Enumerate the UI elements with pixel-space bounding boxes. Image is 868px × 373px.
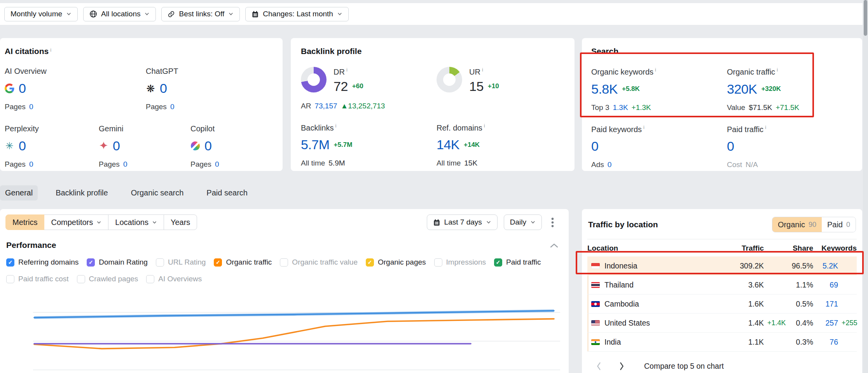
table-row-id[interactable]: Indonesia309.2K96.5%5.2K: [587, 256, 857, 275]
info-icon[interactable]: [50, 47, 51, 53]
metric-checkbox-paid-traffic[interactable]: ✓Paid traffic: [494, 258, 541, 267]
sub-value: 15K: [464, 159, 477, 167]
filter-toolbar: Monthly volume All locations Best links:…: [0, 3, 863, 25]
keywords-link[interactable]: 76: [813, 338, 838, 347]
segment-locations[interactable]: Locations: [108, 214, 164, 230]
tab-organic-search[interactable]: Organic search: [126, 185, 189, 200]
info-icon[interactable]: [484, 123, 485, 129]
flag-kh-icon: [591, 301, 600, 307]
flag-in-icon: [591, 339, 600, 345]
ai-citations-row1: AI Overview 0 Pages0 ChatGPT ❋ 0 Pages0: [5, 67, 279, 111]
chevron-left-icon: [596, 362, 601, 371]
metric-checkbox-organic-traffic[interactable]: ✓Organic traffic: [214, 258, 272, 267]
toggle-organic[interactable]: Organic 90: [772, 217, 822, 232]
traffic-value: 1.4K: [709, 319, 764, 328]
pages-link[interactable]: 0: [170, 103, 175, 111]
checkbox-icon: [6, 275, 14, 283]
segment-competitors[interactable]: Competitors: [44, 214, 108, 230]
metric-value: 0: [19, 138, 26, 153]
card-title: Search: [591, 47, 853, 56]
column-location[interactable]: Location: [587, 244, 709, 253]
date-range-picker[interactable]: Last 7 days: [427, 214, 498, 230]
table-row-th[interactable]: Thailand3.6K1.1%69: [587, 275, 857, 295]
chevron-down-icon: [152, 220, 157, 225]
metric-checkbox-paid-traffic-cost[interactable]: Paid traffic cost: [6, 275, 69, 283]
ref-domains-block: Ref. domains 14K +14K All time15K: [437, 123, 564, 168]
metric-checkbox-impressions[interactable]: Impressions: [434, 258, 486, 267]
ur-donut: [437, 67, 462, 92]
metric-row-1: ✓Referring domains✓Domain RatingURL Rati…: [0, 258, 569, 267]
table-row-kh[interactable]: Cambodia1.6K0.5%171: [587, 295, 857, 314]
metric-checkbox-url-rating[interactable]: URL Rating: [156, 258, 206, 267]
info-icon[interactable]: [346, 67, 348, 73]
chart-controls: Metrics Competitors Locations Years Last…: [0, 209, 569, 230]
location-name: Thailand: [604, 281, 634, 289]
metric-label: Paid traffic: [727, 125, 763, 133]
traffic-title: Traffic by location: [588, 220, 658, 229]
filter-label: Changes: Last month: [263, 10, 333, 18]
checkbox-icon: [77, 275, 85, 283]
pages-link[interactable]: 0: [29, 103, 33, 111]
more-options-button[interactable]: [548, 216, 557, 229]
segment-years[interactable]: Years: [164, 214, 197, 230]
metric-label: Organic traffic: [727, 68, 775, 76]
segment-metrics[interactable]: Metrics: [5, 214, 44, 230]
info-icon[interactable]: [643, 124, 644, 130]
metric-checkbox-domain-rating[interactable]: ✓Domain Rating: [87, 258, 148, 267]
ar-value[interactable]: 73,157: [314, 102, 337, 110]
metric-checkbox-organic-traffic-value[interactable]: Organic traffic value: [280, 258, 358, 267]
toggle-paid[interactable]: Paid 0: [822, 217, 856, 232]
keywords-link[interactable]: 257: [813, 319, 838, 328]
compare-top5-link[interactable]: Compare top 5 on chart: [644, 362, 724, 371]
info-icon[interactable]: [335, 123, 336, 129]
column-share[interactable]: Share: [787, 244, 813, 253]
keywords-link[interactable]: 69: [813, 281, 838, 289]
granularity-picker[interactable]: Daily: [504, 214, 542, 230]
metric-checkbox-crawled-pages[interactable]: Crawled pages: [77, 275, 138, 283]
collapse-section-button[interactable]: [550, 242, 559, 248]
paid-traffic-block: Paid traffic 0 Cost N/A: [727, 124, 853, 169]
next-page-button[interactable]: [615, 360, 629, 372]
tab-general[interactable]: General: [0, 185, 38, 200]
table-row-us[interactable]: United States1.4K+1.4K0.4%257+255: [587, 314, 857, 333]
pages-link[interactable]: 0: [215, 160, 219, 169]
chevron-down-icon: [228, 11, 234, 17]
sub-label: Cost: [727, 160, 742, 169]
column-keywords[interactable]: Keywords: [813, 244, 857, 253]
organic-traffic-block: Organic traffic 320K +320K Value $71.5K …: [727, 67, 853, 112]
prev-page-button[interactable]: [592, 360, 605, 372]
organic-row: Organic keywords 5.8K +5.8K Top 3 1.3K +…: [591, 67, 853, 112]
vertical-scrollbar[interactable]: [863, 0, 868, 373]
tab-backlink-profile[interactable]: Backlink profile: [51, 185, 113, 200]
filter-monthly-volume[interactable]: Monthly volume: [4, 7, 78, 21]
sub-label: Value: [727, 103, 745, 112]
sub-label: All time: [437, 159, 461, 167]
filter-changes[interactable]: Changes: Last month: [245, 7, 349, 21]
organic-count: 90: [809, 221, 816, 229]
metric-value: 0: [160, 81, 167, 96]
scrollbar-thumb[interactable]: [864, 0, 867, 36]
info-icon[interactable]: [777, 67, 778, 73]
table-row-in[interactable]: India1.1K0.3%76: [587, 333, 857, 352]
tab-paid-search[interactable]: Paid search: [201, 185, 253, 200]
filter-all-locations[interactable]: All locations: [83, 7, 156, 21]
info-icon[interactable]: [655, 67, 656, 73]
top3-link[interactable]: 1.3K: [613, 103, 628, 112]
metric-checkbox-organic-pages[interactable]: ✓Organic pages: [366, 258, 426, 267]
keywords-link[interactable]: 5.2K: [813, 261, 838, 270]
ads-link[interactable]: 0: [608, 160, 612, 169]
filter-best-links[interactable]: Best links: Off: [161, 7, 240, 21]
filter-label: All locations: [101, 10, 140, 18]
checkbox-icon: ✓: [214, 258, 222, 267]
checkbox-icon: [146, 275, 154, 283]
metric-checkbox-referring-domains[interactable]: ✓Referring domains: [6, 258, 79, 267]
metric-checkbox-ai-overviews[interactable]: AI Overviews: [146, 275, 202, 283]
info-icon[interactable]: [482, 67, 483, 73]
keywords-link[interactable]: 171: [813, 300, 838, 309]
pages-link[interactable]: 0: [29, 160, 33, 169]
organic-paid-toggle: Organic 90 Paid 0: [772, 217, 856, 232]
column-traffic[interactable]: Traffic: [709, 244, 764, 253]
pages-link[interactable]: 0: [123, 160, 127, 169]
metric-label: AI Overviews: [158, 275, 202, 283]
info-icon[interactable]: [765, 124, 766, 130]
